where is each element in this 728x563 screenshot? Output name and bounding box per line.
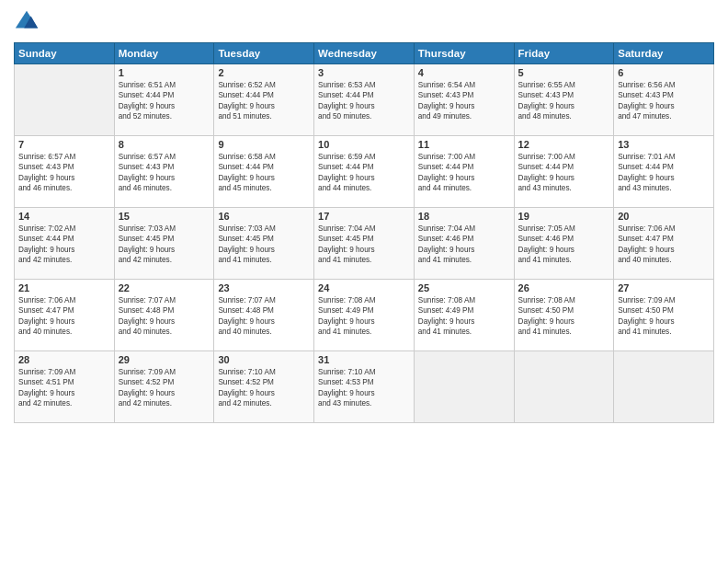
day-cell: 2Sunrise: 6:52 AM Sunset: 4:44 PM Daylig… <box>214 64 314 136</box>
day-cell: 18Sunrise: 7:04 AM Sunset: 4:46 PM Dayli… <box>414 208 514 280</box>
day-info: Sunrise: 7:03 AM Sunset: 4:45 PM Dayligh… <box>119 224 210 266</box>
day-number: 7 <box>18 139 110 150</box>
day-cell: 14Sunrise: 7:02 AM Sunset: 4:44 PM Dayli… <box>15 208 115 280</box>
day-number: 28 <box>18 354 110 365</box>
day-cell: 17Sunrise: 7:04 AM Sunset: 4:45 PM Dayli… <box>314 208 415 280</box>
day-info: Sunrise: 7:09 AM Sunset: 4:51 PM Dayligh… <box>18 367 110 409</box>
col-header-tuesday: Tuesday <box>214 43 314 64</box>
day-info: Sunrise: 7:09 AM Sunset: 4:50 PM Dayligh… <box>618 295 710 338</box>
day-cell: 19Sunrise: 7:05 AM Sunset: 4:46 PM Dayli… <box>514 208 614 280</box>
day-number: 16 <box>218 211 310 222</box>
day-number: 5 <box>518 67 610 78</box>
day-number: 3 <box>318 67 410 78</box>
day-number: 21 <box>18 282 110 293</box>
day-info: Sunrise: 7:10 AM Sunset: 4:53 PM Dayligh… <box>318 367 410 409</box>
day-number: 10 <box>318 139 410 150</box>
day-number: 8 <box>119 139 210 150</box>
day-number: 22 <box>119 282 210 293</box>
col-header-thursday: Thursday <box>414 43 514 64</box>
day-info: Sunrise: 7:09 AM Sunset: 4:52 PM Dayligh… <box>119 367 210 409</box>
day-cell: 12Sunrise: 7:00 AM Sunset: 4:44 PM Dayli… <box>514 136 614 208</box>
day-info: Sunrise: 6:51 AM Sunset: 4:44 PM Dayligh… <box>119 80 210 122</box>
day-number: 25 <box>418 282 510 293</box>
calendar-table: SundayMondayTuesdayWednesdayThursdayFrid… <box>14 42 714 423</box>
day-info: Sunrise: 6:57 AM Sunset: 4:43 PM Dayligh… <box>18 152 110 194</box>
day-cell <box>414 351 514 423</box>
day-info: Sunrise: 6:58 AM Sunset: 4:44 PM Dayligh… <box>218 152 310 194</box>
day-info: Sunrise: 7:05 AM Sunset: 4:46 PM Dayligh… <box>518 224 610 266</box>
day-number: 11 <box>418 139 510 150</box>
day-cell: 22Sunrise: 7:07 AM Sunset: 4:48 PM Dayli… <box>114 280 214 351</box>
day-cell: 6Sunrise: 6:56 AM Sunset: 4:43 PM Daylig… <box>614 64 714 136</box>
col-header-monday: Monday <box>114 43 214 64</box>
day-info: Sunrise: 7:08 AM Sunset: 4:49 PM Dayligh… <box>418 295 510 338</box>
week-row-5: 28Sunrise: 7:09 AM Sunset: 4:51 PM Dayli… <box>15 351 714 423</box>
week-row-3: 14Sunrise: 7:02 AM Sunset: 4:44 PM Dayli… <box>15 208 714 280</box>
logo-icon <box>14 9 40 35</box>
calendar-page: SundayMondayTuesdayWednesdayThursdayFrid… <box>0 0 728 563</box>
day-number: 26 <box>518 282 610 293</box>
day-cell: 7Sunrise: 6:57 AM Sunset: 4:43 PM Daylig… <box>15 136 115 208</box>
day-cell: 28Sunrise: 7:09 AM Sunset: 4:51 PM Dayli… <box>15 351 115 423</box>
day-number: 29 <box>119 354 210 365</box>
day-info: Sunrise: 7:04 AM Sunset: 4:45 PM Dayligh… <box>318 224 410 266</box>
day-cell: 13Sunrise: 7:01 AM Sunset: 4:44 PM Dayli… <box>614 136 714 208</box>
day-cell: 11Sunrise: 7:00 AM Sunset: 4:44 PM Dayli… <box>414 136 514 208</box>
day-cell <box>514 351 614 423</box>
day-cell: 4Sunrise: 6:54 AM Sunset: 4:43 PM Daylig… <box>414 64 514 136</box>
day-cell: 24Sunrise: 7:08 AM Sunset: 4:49 PM Dayli… <box>314 280 415 351</box>
day-info: Sunrise: 7:02 AM Sunset: 4:44 PM Dayligh… <box>18 224 110 266</box>
day-number: 17 <box>318 211 410 222</box>
day-info: Sunrise: 7:08 AM Sunset: 4:49 PM Dayligh… <box>318 295 410 338</box>
day-cell: 5Sunrise: 6:55 AM Sunset: 4:43 PM Daylig… <box>514 64 614 136</box>
day-cell: 1Sunrise: 6:51 AM Sunset: 4:44 PM Daylig… <box>114 64 214 136</box>
col-header-wednesday: Wednesday <box>314 43 415 64</box>
day-info: Sunrise: 6:52 AM Sunset: 4:44 PM Dayligh… <box>218 80 310 122</box>
day-cell: 25Sunrise: 7:08 AM Sunset: 4:49 PM Dayli… <box>414 280 514 351</box>
day-info: Sunrise: 7:03 AM Sunset: 4:45 PM Dayligh… <box>218 224 310 266</box>
day-info: Sunrise: 7:00 AM Sunset: 4:44 PM Dayligh… <box>418 152 510 194</box>
day-info: Sunrise: 7:04 AM Sunset: 4:46 PM Dayligh… <box>418 224 510 266</box>
day-number: 9 <box>218 139 310 150</box>
day-info: Sunrise: 7:01 AM Sunset: 4:44 PM Dayligh… <box>618 152 710 194</box>
day-number: 23 <box>218 282 310 293</box>
logo <box>14 9 43 35</box>
day-cell: 16Sunrise: 7:03 AM Sunset: 4:45 PM Dayli… <box>214 208 314 280</box>
day-cell: 29Sunrise: 7:09 AM Sunset: 4:52 PM Dayli… <box>114 351 214 423</box>
day-number: 12 <box>518 139 610 150</box>
day-number: 19 <box>518 211 610 222</box>
week-row-1: 1Sunrise: 6:51 AM Sunset: 4:44 PM Daylig… <box>15 64 714 136</box>
day-number: 2 <box>218 67 310 78</box>
day-cell: 27Sunrise: 7:09 AM Sunset: 4:50 PM Dayli… <box>614 280 714 351</box>
day-number: 24 <box>318 282 410 293</box>
day-info: Sunrise: 6:53 AM Sunset: 4:44 PM Dayligh… <box>318 80 410 122</box>
col-header-friday: Friday <box>514 43 614 64</box>
day-info: Sunrise: 7:06 AM Sunset: 4:47 PM Dayligh… <box>618 224 710 266</box>
day-number: 1 <box>119 67 210 78</box>
day-number: 20 <box>618 211 710 222</box>
day-cell: 23Sunrise: 7:07 AM Sunset: 4:48 PM Dayli… <box>214 280 314 351</box>
day-cell: 8Sunrise: 6:57 AM Sunset: 4:43 PM Daylig… <box>114 136 214 208</box>
col-header-saturday: Saturday <box>614 43 714 64</box>
day-cell: 30Sunrise: 7:10 AM Sunset: 4:52 PM Dayli… <box>214 351 314 423</box>
day-info: Sunrise: 6:59 AM Sunset: 4:44 PM Dayligh… <box>318 152 410 194</box>
col-header-sunday: Sunday <box>15 43 115 64</box>
day-cell <box>15 64 115 136</box>
day-number: 18 <box>418 211 510 222</box>
week-row-2: 7Sunrise: 6:57 AM Sunset: 4:43 PM Daylig… <box>15 136 714 208</box>
day-cell: 20Sunrise: 7:06 AM Sunset: 4:47 PM Dayli… <box>614 208 714 280</box>
day-number: 27 <box>618 282 710 293</box>
day-info: Sunrise: 7:07 AM Sunset: 4:48 PM Dayligh… <box>218 295 310 338</box>
day-number: 14 <box>18 211 110 222</box>
day-cell: 31Sunrise: 7:10 AM Sunset: 4:53 PM Dayli… <box>314 351 415 423</box>
day-info: Sunrise: 7:08 AM Sunset: 4:50 PM Dayligh… <box>518 295 610 338</box>
day-cell: 15Sunrise: 7:03 AM Sunset: 4:45 PM Dayli… <box>114 208 214 280</box>
day-info: Sunrise: 6:57 AM Sunset: 4:43 PM Dayligh… <box>119 152 210 194</box>
day-cell: 3Sunrise: 6:53 AM Sunset: 4:44 PM Daylig… <box>314 64 415 136</box>
day-info: Sunrise: 6:55 AM Sunset: 4:43 PM Dayligh… <box>518 80 610 122</box>
day-number: 31 <box>318 354 410 365</box>
day-number: 6 <box>618 67 710 78</box>
day-info: Sunrise: 7:07 AM Sunset: 4:48 PM Dayligh… <box>119 295 210 338</box>
day-info: Sunrise: 6:54 AM Sunset: 4:43 PM Dayligh… <box>418 80 510 122</box>
day-info: Sunrise: 7:00 AM Sunset: 4:44 PM Dayligh… <box>518 152 610 194</box>
